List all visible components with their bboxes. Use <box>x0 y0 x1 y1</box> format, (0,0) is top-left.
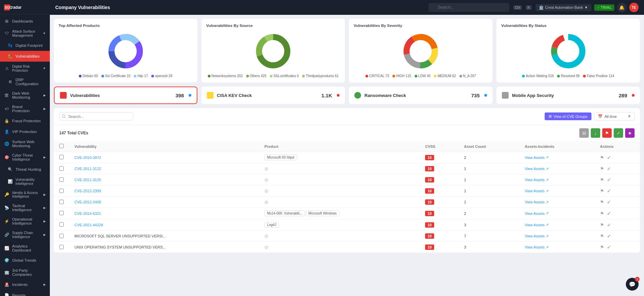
row-flag-icon-1[interactable]: ⚑ <box>600 166 604 171</box>
row-checkbox-7[interactable] <box>59 234 64 238</box>
filter-action-button[interactable]: ⊟ <box>579 128 589 138</box>
sidebar-item-supply-chain[interactable]: 🔗 Supply Chain Intelligence ▶ <box>0 228 50 241</box>
row-checkbox-2[interactable] <box>59 177 64 182</box>
calendar-icon: 📅 <box>598 114 603 119</box>
bug-icon: 🐛 <box>7 54 13 59</box>
notification-bell[interactable]: 🔔 <box>617 3 626 12</box>
sidebar-item-tactical[interactable]: 📡 Tactical Intelligence ▶ <box>0 201 50 215</box>
sidebar-item-threat-hunting[interactable]: 🔍 Threat Hunting <box>0 164 50 175</box>
sidebar-item-digital-footprint[interactable]: 👣 Digital Footprint <box>0 40 50 51</box>
company-selector[interactable]: 🏦 Creal Automation Bank ▼ <box>536 4 591 11</box>
cve-link-0[interactable]: CVE-2010-3972 <box>74 156 101 160</box>
view-assets-link-2[interactable]: View Assets ↗ <box>525 178 589 182</box>
row-checkbox-6[interactable] <box>59 222 64 227</box>
cve-link-5[interactable]: CVE-2014-6321 <box>74 211 101 216</box>
row-checkbox-0[interactable] <box>59 155 64 159</box>
chevron-icon7: ▶ <box>43 206 46 209</box>
row-check-icon-1[interactable]: ✓ <box>607 166 611 171</box>
sidebar-item-incidents[interactable]: 🚨 Incidents ▶ <box>0 279 50 290</box>
sidebar-item-fraud[interactable]: 🔒 Fraud Protection <box>0 116 50 126</box>
sidebar-item-cyber-threat[interactable]: 🎯 Cyber Threat Intelligence ▶ <box>0 151 50 164</box>
row-flag-icon-6[interactable]: ⚑ <box>600 222 604 228</box>
view-assets-link-3[interactable]: View Assets ↗ <box>525 189 589 193</box>
sidebar-item-dashboards[interactable]: ⊞ Dashboards <box>0 16 50 27</box>
star-action-button[interactable]: ★ <box>625 128 635 138</box>
view-assets-link-4[interactable]: View Assets ↗ <box>525 200 589 204</box>
sidebar-item-dark-web[interactable]: 🕸 Dark Web Monitoring ▶ <box>0 89 50 102</box>
main-scroll-area: Top Affected Products Debian 60 Ssl Cert… <box>50 15 644 296</box>
row-check-icon-8[interactable]: ✓ <box>607 244 611 250</box>
sidebar-item-digital-risk[interactable]: ⚠ Digital Risk Protection ▼ <box>0 62 50 75</box>
sidebar-item-analytics[interactable]: 📈 Analytics Dashboard <box>0 241 50 255</box>
row-checkbox-4[interactable] <box>59 200 64 204</box>
avatar[interactable]: TE <box>629 3 639 12</box>
row-checkbox-5[interactable] <box>59 211 64 215</box>
table-search-input[interactable] <box>59 112 133 121</box>
summary-card-vulnerabilities[interactable]: Vulnerabilities 398 <box>54 87 197 104</box>
sidebar-item-vulnerabilities[interactable]: 🐛 Vulnerabilities <box>0 51 50 62</box>
row-checkbox-8[interactable] <box>59 245 64 249</box>
sidebar-item-attack-surface[interactable]: 🛡 Attack Surface Management ▼ <box>0 27 50 40</box>
view-assets-link-8[interactable]: View Assets ↗ <box>525 245 589 250</box>
row-check-icon-7[interactable]: ✓ <box>607 233 611 239</box>
row-flag-icon-2[interactable]: ⚑ <box>600 177 604 183</box>
row-check-icon-4[interactable]: ✓ <box>607 199 611 205</box>
date-filter[interactable]: 📅 All time ✕ <box>594 112 635 121</box>
row-flag-icon-8[interactable]: ⚑ <box>600 244 604 250</box>
card-title-affected: Top Affected Products <box>59 24 193 28</box>
sidebar-item-reports[interactable]: 📄 Reports <box>0 290 50 296</box>
row-check-icon-5[interactable]: ✓ <box>607 211 611 216</box>
row-flag-icon-5[interactable]: ⚑ <box>600 211 604 216</box>
row-checkbox-1[interactable] <box>59 166 64 171</box>
kbd-k: K <box>526 5 532 10</box>
row-check-icon-0[interactable]: ✓ <box>607 155 611 160</box>
topbar-search-input[interactable] <box>428 3 509 12</box>
sidebar-item-surface-web[interactable]: 🌐 Surface Web Monitoring <box>0 137 50 151</box>
summary-card-ransomware[interactable]: Ransomware Check 735 <box>349 87 492 104</box>
view-assets-link-1[interactable]: View Assets ↗ <box>525 167 589 171</box>
flag-action-button[interactable]: ⚑ <box>602 128 612 138</box>
sidebar-item-drp-config[interactable]: ⚙ DRP Configuration <box>0 75 50 89</box>
row-flag-icon-0[interactable]: ⚑ <box>600 155 604 160</box>
download-action-button[interactable]: ↓ <box>591 128 600 138</box>
row-actions-8: ⚑ ✓ <box>600 244 635 250</box>
support-chat-button[interactable]: 💬 1 <box>626 278 639 291</box>
table-search-wrapper <box>59 112 133 121</box>
cve-link-1[interactable]: CVE-2011-3122 <box>74 167 101 171</box>
sidebar-item-vip[interactable]: 👤 VIP Protection <box>0 126 50 137</box>
check-action-button[interactable]: ✓ <box>614 128 623 138</box>
row-flag-icon-7[interactable]: ⚑ <box>600 233 604 239</box>
select-all-checkbox[interactable] <box>59 144 64 148</box>
chevron-icon8: ▶ <box>43 220 46 223</box>
summary-card-cisa[interactable]: CISA KEV Check 1.1K <box>201 87 345 104</box>
row-flag-icon-4[interactable]: ⚑ <box>600 199 604 205</box>
view-cve-groups-button[interactable]: ⊞ View of CVE Groups <box>545 112 591 120</box>
config-icon: ⚙ <box>7 79 13 85</box>
cve-link-6[interactable]: CVE-2021-44228 <box>74 223 103 227</box>
summary-card-mobile[interactable]: Mobile App Security 289 <box>496 87 640 104</box>
row-check-icon-3[interactable]: ✓ <box>607 188 611 194</box>
view-assets-link-0[interactable]: View Assets ↗ <box>525 155 589 160</box>
external-link-icon: ↗ <box>546 189 549 193</box>
row-check-icon-6[interactable]: ✓ <box>607 222 611 228</box>
sidebar-item-identity-access[interactable]: 🔑 Identity & Access Intelligence ▶ <box>0 188 50 201</box>
sidebar-item-3rd-party[interactable]: 🏢 3rd Party Companies <box>0 266 50 279</box>
row-actions-2: ⚑ ✓ <box>600 177 635 183</box>
row-checkbox-3[interactable] <box>59 189 64 193</box>
cve-link-4[interactable]: CVE-2012-2400 <box>74 200 101 204</box>
sidebar-item-brand-protection[interactable]: 🏷 Brand Protection ▶ <box>0 102 50 116</box>
view-assets-link-5[interactable]: View Assets ↗ <box>525 211 589 216</box>
cve-link-2[interactable]: CVE-2011-3125 <box>74 178 101 182</box>
total-cves-label: 147 Total CVEs <box>59 131 88 135</box>
row-check-icon-2[interactable]: ✓ <box>607 177 611 183</box>
view-assets-link-6[interactable]: View Assets ↗ <box>525 223 589 227</box>
total-cves-row: 147 Total CVEs ⊟ ↓ ⚑ ✓ ★ <box>54 125 640 141</box>
sidebar-item-global-trends[interactable]: 🌍 Global Trends <box>0 255 50 266</box>
row-flag-icon-3[interactable]: ⚑ <box>600 188 604 194</box>
view-assets-link-7[interactable]: View Assets ↗ <box>525 234 589 238</box>
cve-link-3[interactable]: CVE-2012-2399 <box>74 189 101 193</box>
table-search-icon <box>62 114 66 119</box>
supply-icon: 🔗 <box>4 232 9 237</box>
sidebar-item-vuln-intelligence[interactable]: 📊 Vulnerability Intelligence <box>0 175 50 188</box>
sidebar-item-operational[interactable]: ⚡ Operational Intelligence ▶ <box>0 215 50 228</box>
